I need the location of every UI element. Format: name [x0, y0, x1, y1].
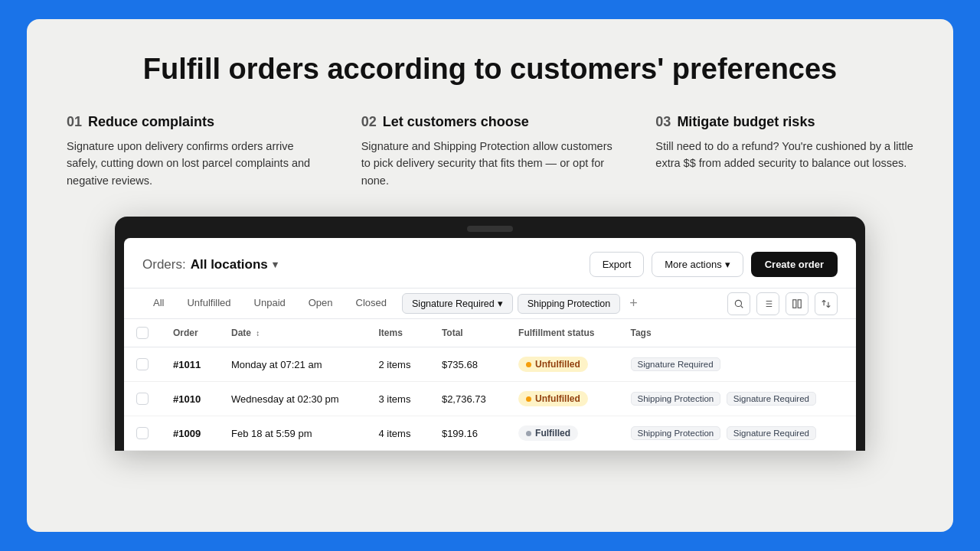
- svg-line-1: [741, 305, 743, 308]
- feature-3-body: Still need to do a refund? You're cushio…: [655, 138, 913, 172]
- laptop-wrapper: Orders: All locations ▾ Export More acti…: [67, 217, 913, 532]
- row-2-checkbox[interactable]: [136, 393, 149, 405]
- feature-3-title-text: Mitigate budget risks: [677, 114, 815, 130]
- feature-1-num: 01: [67, 114, 82, 130]
- search-icon-btn[interactable]: [727, 292, 750, 315]
- tab-shipping-protection-label: Shipping Protection: [528, 298, 610, 309]
- create-order-button[interactable]: Create order: [751, 252, 838, 277]
- feature-1-title: 01 Reduce complaints: [67, 114, 325, 130]
- signature-required-chevron-icon: ▾: [498, 298, 503, 309]
- row-2-status: Unfulfilled: [506, 382, 618, 416]
- select-all-checkbox[interactable]: [136, 327, 149, 339]
- search-icon: [733, 298, 744, 309]
- row-3-status-label: Fulfilled: [535, 428, 570, 439]
- filter-icon: [763, 298, 773, 309]
- row-1-date: Monday at 07:21 am: [219, 347, 367, 382]
- unfulfilled-dot: [526, 396, 531, 402]
- laptop-notch: [467, 226, 513, 232]
- tab-icons: [727, 292, 838, 315]
- tag-signature-required: Signature Required: [727, 392, 816, 406]
- unfulfilled-dot: [526, 362, 531, 367]
- fulfilled-dot: [526, 431, 531, 436]
- feature-2-title-text: Let customers choose: [383, 114, 529, 130]
- col-items: Items: [367, 319, 430, 347]
- filter-icon-btn[interactable]: [756, 292, 779, 315]
- tab-unpaid[interactable]: Unpaid: [243, 289, 296, 318]
- columns-icon: [792, 298, 802, 309]
- feature-3-num: 03: [655, 114, 671, 130]
- tag-signature-required: Signature Required: [727, 426, 816, 440]
- main-card: Fulfill orders according to customers' p…: [27, 19, 953, 532]
- location-chevron-icon[interactable]: ▾: [273, 259, 278, 270]
- col-date[interactable]: Date ↕: [219, 319, 367, 347]
- date-sort-icon: ↕: [256, 329, 260, 337]
- row-2-order[interactable]: #1010: [161, 382, 219, 416]
- tab-closed[interactable]: Closed: [345, 289, 397, 318]
- feature-1-body: Signature upon delivery confirms orders …: [67, 138, 325, 189]
- row-3-status: Fulfilled: [506, 416, 618, 451]
- tab-unfulfilled[interactable]: Unfulfilled: [176, 289, 241, 318]
- row-3-order[interactable]: #1009: [161, 416, 219, 451]
- row-1-order[interactable]: #1011: [161, 347, 219, 382]
- export-button[interactable]: Export: [590, 252, 645, 277]
- laptop-frame: Orders: All locations ▾ Export More acti…: [115, 217, 865, 451]
- sort-icon: [821, 298, 831, 309]
- feature-3-title: 03 Mitigate budget risks: [655, 114, 913, 130]
- orders-title-prefix: Orders:: [142, 257, 186, 272]
- row-2-date: Wednesday at 02:30 pm: [219, 382, 367, 416]
- tab-shipping-protection[interactable]: Shipping Protection: [518, 294, 620, 314]
- table-row: #1011 Monday at 07:21 am 2 items $735.68…: [124, 347, 856, 382]
- row-1-total: $735.68: [430, 347, 506, 382]
- features-section: 01 Reduce complaints Signature upon deli…: [67, 114, 913, 189]
- feature-1-title-text: Reduce complaints: [88, 114, 214, 130]
- svg-point-0: [735, 300, 741, 306]
- feature-2-num: 02: [361, 114, 377, 130]
- row-2-status-label: Unfulfilled: [535, 393, 580, 404]
- row-1-checkbox[interactable]: [136, 358, 149, 370]
- row-1-checkbox-cell: [124, 347, 161, 382]
- tab-signature-required-label: Signature Required: [412, 298, 495, 309]
- col-tags: Tags: [619, 319, 857, 347]
- feature-3: 03 Mitigate budget risks Still need to d…: [655, 114, 913, 189]
- feature-2: 02 Let customers choose Signature and Sh…: [361, 114, 619, 189]
- row-2-items: 3 items: [367, 382, 430, 416]
- row-1-items: 2 items: [367, 347, 430, 382]
- columns-icon-btn[interactable]: [786, 292, 808, 315]
- col-checkbox: [124, 319, 161, 347]
- row-1-tags: Signature Required: [619, 347, 857, 382]
- orders-table: Order Date ↕ Items Total Fulfillment sta…: [124, 319, 856, 451]
- tag-shipping-protection: Shipping Protection: [631, 426, 721, 440]
- svg-rect-8: [793, 299, 796, 308]
- col-order: Order: [161, 319, 219, 347]
- header-actions: Export More actions ▾ Create order: [590, 252, 838, 277]
- more-actions-chevron-icon: ▾: [725, 259, 730, 270]
- row-2-total: $2,736.73: [430, 382, 506, 416]
- row-3-checkbox-cell: [124, 416, 161, 451]
- feature-1: 01 Reduce complaints Signature upon deli…: [67, 114, 325, 189]
- row-1-status: Unfulfilled: [506, 347, 618, 382]
- orders-location[interactable]: All locations: [191, 257, 268, 272]
- laptop-screen: Orders: All locations ▾ Export More acti…: [124, 238, 856, 451]
- row-3-tags: Shipping Protection Signature Required: [619, 416, 857, 451]
- row-3-checkbox[interactable]: [136, 427, 149, 439]
- feature-2-body: Signature and Shipping Protection allow …: [361, 138, 619, 189]
- table-row: #1009 Feb 18 at 5:59 pm 4 items $199.16 …: [124, 416, 856, 451]
- filter-tabs: All Unfulfilled Unpaid Open Closed Signa…: [124, 289, 856, 319]
- orders-header: Orders: All locations ▾ Export More acti…: [124, 238, 856, 289]
- tab-open[interactable]: Open: [298, 289, 344, 318]
- table-row: #1010 Wednesday at 02:30 pm 3 items $2,7…: [124, 382, 856, 416]
- row-3-total: $199.16: [430, 416, 506, 451]
- row-1-status-label: Unfulfilled: [535, 359, 580, 370]
- tab-signature-required[interactable]: Signature Required ▾: [402, 293, 513, 314]
- more-actions-button[interactable]: More actions ▾: [652, 252, 743, 277]
- row-2-checkbox-cell: [124, 382, 161, 416]
- tag-shipping-protection: Shipping Protection: [631, 392, 721, 406]
- tab-all[interactable]: All: [142, 289, 175, 318]
- feature-2-title: 02 Let customers choose: [361, 114, 619, 130]
- col-fulfillment-status: Fulfillment status: [506, 319, 618, 347]
- svg-rect-9: [798, 299, 801, 308]
- sort-icon-btn[interactable]: [815, 292, 838, 315]
- orders-title: Orders: All locations ▾: [142, 257, 278, 272]
- tab-add-filter[interactable]: +: [622, 289, 645, 318]
- row-3-items: 4 items: [367, 416, 430, 451]
